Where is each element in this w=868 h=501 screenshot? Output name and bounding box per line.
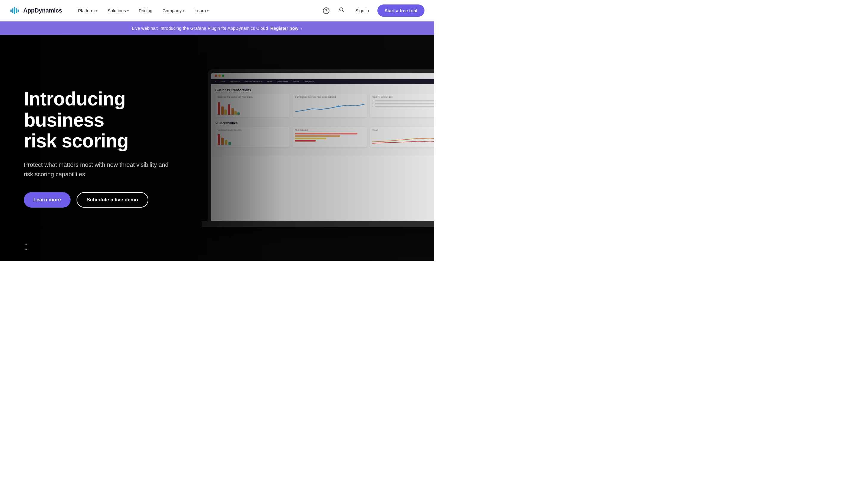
banner-text: Live webinar: Introducing the Grafana Pl… xyxy=(132,25,268,31)
nav-item-company[interactable]: Company ▾ xyxy=(159,6,189,15)
announcement-banner: Live webinar: Introducing the Grafana Pl… xyxy=(0,21,434,35)
svg-rect-1 xyxy=(12,8,13,13)
chevron-down-icon: ▾ xyxy=(127,9,129,12)
chevron-down-icon: ▾ xyxy=(96,9,97,12)
brand-name: AppDynamics xyxy=(23,7,62,14)
hero-subtitle: Protect what matters most with new threa… xyxy=(24,160,179,179)
hero-title: Introducing business risk scoring xyxy=(24,88,179,151)
nav-links: Platform ▾ Solutions ▾ Pricing Company ▾… xyxy=(74,6,321,15)
svg-rect-4 xyxy=(18,10,19,12)
learn-more-button[interactable]: Learn more xyxy=(24,192,71,207)
brand-logo[interactable]: AppDynamics xyxy=(10,6,62,16)
schedule-demo-button[interactable]: Schedule a live demo xyxy=(77,192,148,207)
chevron-down-icon-2: ⌄ xyxy=(24,245,28,252)
chevron-down-icon: ▾ xyxy=(207,9,208,12)
signin-button[interactable]: Sign in xyxy=(352,6,373,15)
scroll-down-indicator[interactable]: ⌄ ⌄ xyxy=(24,240,28,252)
cisco-logo-icon xyxy=(10,6,20,16)
nav-actions: ? Sign in Start a free trial xyxy=(321,4,425,17)
nav-item-pricing[interactable]: Pricing xyxy=(135,6,157,15)
banner-cta[interactable]: Register now xyxy=(270,25,299,31)
search-button[interactable] xyxy=(336,6,347,16)
search-icon xyxy=(339,7,344,14)
svg-rect-2 xyxy=(14,7,15,14)
svg-rect-0 xyxy=(10,10,12,12)
nav-item-solutions[interactable]: Solutions ▾ xyxy=(103,6,133,15)
nav-item-platform[interactable]: Platform ▾ xyxy=(74,6,101,15)
hero-section: ● Home Applications Business Transaction… xyxy=(0,35,434,261)
svg-line-6 xyxy=(343,11,344,12)
nav-item-learn[interactable]: Learn ▾ xyxy=(190,6,213,15)
help-icon: ? xyxy=(323,8,330,14)
hero-cta-buttons: Learn more Schedule a live demo xyxy=(24,192,179,207)
banner-arrow-icon: › xyxy=(301,26,302,31)
help-button[interactable]: ? xyxy=(321,6,332,16)
start-trial-button[interactable]: Start a free trial xyxy=(377,4,425,17)
hero-content: Introducing business risk scoring Protec… xyxy=(0,65,203,231)
chevron-down-icon: ▾ xyxy=(183,9,184,12)
navbar: AppDynamics Platform ▾ Solutions ▾ Prici… xyxy=(0,0,434,21)
svg-rect-3 xyxy=(16,8,17,13)
